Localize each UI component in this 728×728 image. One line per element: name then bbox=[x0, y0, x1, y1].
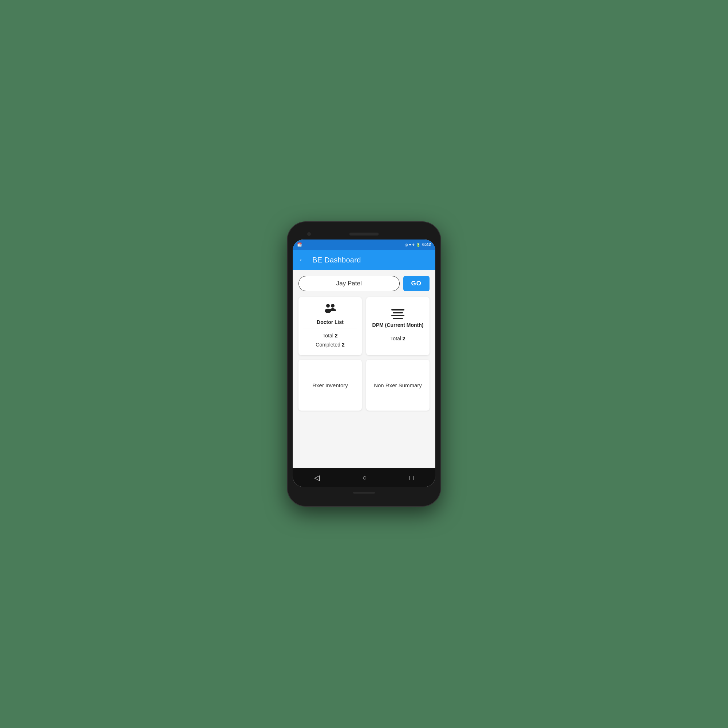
non-rxer-summary-card[interactable]: Non Rxer Summary bbox=[366, 359, 430, 411]
phone-camera bbox=[293, 229, 435, 240]
back-button[interactable]: ← bbox=[298, 255, 306, 265]
page-title: BE Dashboard bbox=[312, 256, 361, 264]
airplane-icon: ✈ bbox=[412, 243, 415, 247]
dpm-stats: Total 2 bbox=[390, 334, 405, 343]
phone-bottom bbox=[293, 487, 435, 498]
phone-screen: 📅 ◎ ▾ ✈ 🔋 6:42 ← BE Dashboard GO bbox=[293, 240, 435, 487]
doctor-list-card[interactable]: Doctor List Total 2 Completed 2 bbox=[298, 297, 362, 355]
wifi-icon: ▾ bbox=[409, 243, 411, 247]
doctor-list-divider bbox=[303, 328, 358, 328]
status-left-icon: 📅 bbox=[297, 242, 302, 247]
doctor-list-total: Total 2 bbox=[316, 331, 344, 340]
rxer-inventory-title: Rxer Inventory bbox=[312, 382, 348, 388]
dpm-icon bbox=[391, 309, 404, 319]
app-content: GO bbox=[293, 270, 435, 468]
go-button[interactable]: GO bbox=[403, 276, 430, 291]
nav-recent-button[interactable]: □ bbox=[410, 474, 414, 482]
battery-icon: 🔋 bbox=[416, 243, 421, 247]
dpm-card[interactable]: DPM (Current Month) Total 2 bbox=[366, 297, 430, 355]
circle-icon: ◎ bbox=[405, 243, 408, 247]
dpm-divider bbox=[370, 331, 425, 331]
doctor-list-completed: Completed 2 bbox=[316, 340, 344, 349]
svg-point-0 bbox=[326, 304, 330, 307]
search-row: GO bbox=[298, 276, 430, 291]
svg-point-2 bbox=[331, 304, 335, 307]
app-header: ← BE Dashboard bbox=[293, 250, 435, 270]
nav-back-button[interactable]: ◁ bbox=[314, 473, 320, 482]
dpm-total: Total 2 bbox=[390, 334, 405, 343]
people-icon bbox=[323, 303, 337, 316]
status-bar: 📅 ◎ ▾ ✈ 🔋 6:42 bbox=[293, 240, 435, 250]
non-rxer-summary-title: Non Rxer Summary bbox=[374, 382, 422, 388]
search-input[interactable] bbox=[298, 276, 400, 291]
status-time: 6:42 bbox=[422, 242, 431, 247]
nav-home-button[interactable]: ○ bbox=[362, 474, 367, 482]
phone-device: 📅 ◎ ▾ ✈ 🔋 6:42 ← BE Dashboard GO bbox=[288, 222, 440, 506]
doctor-list-stats: Total 2 Completed 2 bbox=[316, 331, 344, 349]
nav-bar: ◁ ○ □ bbox=[293, 468, 435, 487]
rxer-inventory-card[interactable]: Rxer Inventory bbox=[298, 359, 362, 411]
cards-grid: Doctor List Total 2 Completed 2 bbox=[298, 297, 430, 411]
dpm-title: DPM (Current Month) bbox=[372, 322, 424, 328]
doctor-list-title: Doctor List bbox=[317, 319, 344, 325]
